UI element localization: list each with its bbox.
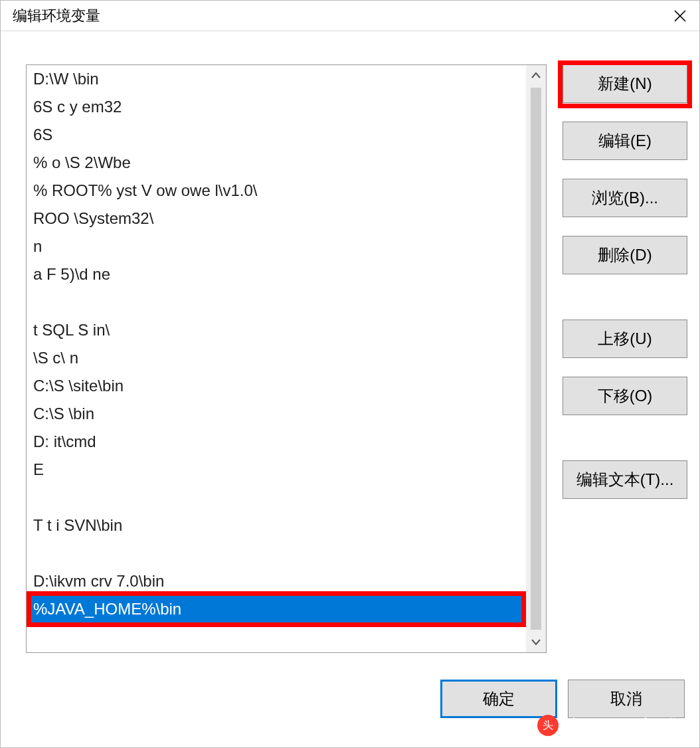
list-item[interactable]: D:\ikvm crv 7.0\bin [27,567,526,595]
scroll-thumb[interactable] [531,88,541,630]
list-item[interactable]: \S c\ n [27,344,526,372]
edit-text-button[interactable]: 编辑文本(T)... [563,460,687,499]
list-item[interactable]: % o \S 2\Wbe [27,149,526,177]
list-item[interactable]: a F 5)\d ne [27,260,526,288]
cancel-button[interactable]: 取消 [568,680,685,718]
move-up-button[interactable]: 上移(U) [563,320,687,358]
titlebar: 编辑环境变量 [1,1,699,31]
scrollbar[interactable] [526,65,546,652]
button-column: 新建(N) 编辑(E) 浏览(B)... 删除(D) 上移(U) 下移(O) 编… [563,64,687,499]
window-title: 编辑环境变量 [13,6,100,26]
dialog-footer: 确定 取消 [26,680,687,718]
close-icon [674,10,686,22]
move-down-button[interactable]: 下移(O) [563,377,687,415]
list-item[interactable]: C:\S \bin [27,400,526,428]
new-button[interactable]: 新建(N) [563,64,687,103]
list-item[interactable]: E [27,456,526,484]
list-item[interactable]: ROO \System32\ [27,205,526,233]
close-button[interactable] [661,1,699,31]
list-item[interactable]: %JAVA_HOME%\bin [27,595,526,623]
list-item[interactable]: t SQL S in\ [27,316,526,344]
list-item[interactable]: 6S c y em32 [27,93,526,121]
path-listbox[interactable]: D:\W \bin 6S c y em32 6S% o \S 2\Wbe% RO… [26,64,547,653]
scroll-down-icon[interactable] [526,632,546,652]
browse-button[interactable]: 浏览(B)... [563,179,687,217]
scroll-up-icon[interactable] [526,65,546,85]
delete-button[interactable]: 删除(D) [563,236,687,274]
dialog-window: 编辑环境变量 D:\W \bin 6S c y em32 6S% o \S 2\… [0,0,700,748]
edit-button[interactable]: 编辑(E) [563,122,687,160]
list-item[interactable]: % ROOT% yst V ow owe l\v1.0\ [27,177,526,205]
list-item[interactable]: D: it\cmd [27,428,526,456]
list-item[interactable]: C:\S \site\bin [27,372,526,400]
list-item[interactable] [27,288,526,316]
list-item[interactable]: D:\W \bin [27,65,526,93]
list-item[interactable] [27,484,526,512]
dialog-content: D:\W \bin 6S c y em32 6S% o \S 2\Wbe% RO… [1,31,699,747]
list-item[interactable] [27,539,526,567]
list-item[interactable]: T t i SVN\bin [27,512,526,539]
ok-button[interactable]: 确定 [440,680,557,718]
list-item[interactable]: n [27,233,526,260]
list-item[interactable]: 6S [27,121,526,149]
